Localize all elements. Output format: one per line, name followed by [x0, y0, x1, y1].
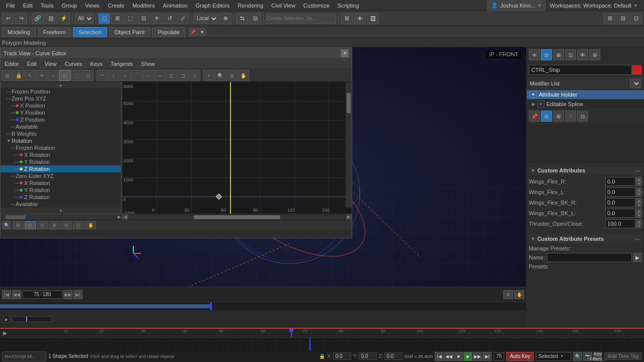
- transport-prev-btn[interactable]: ◀◀: [12, 290, 21, 299]
- ce-select-all-btn[interactable]: ⬚: [71, 70, 82, 81]
- redo-button[interactable]: ↪: [15, 13, 27, 24]
- ca-minimize-btn[interactable]: —: [635, 168, 640, 173]
- ca-spin-up-wings-flex-bk-l[interactable]: ▲: [636, 209, 642, 213]
- df-pan-btn[interactable]: ⊞: [49, 221, 60, 229]
- df-filter-btn[interactable]: ⊞: [13, 221, 24, 229]
- ce-linear-btn[interactable]: ∕: [108, 70, 119, 81]
- render-button[interactable]: 🖼: [367, 13, 379, 24]
- mini-play-btn[interactable]: ▶: [3, 316, 10, 323]
- scale-button[interactable]: ⤢: [177, 13, 189, 24]
- tree-scroll-up[interactable]: ▲: [1, 82, 121, 88]
- menu-file[interactable]: File: [2, 0, 19, 11]
- curve-graph-area[interactable]: 6000 5000 4000 3000 2000 1000 0 -1000 -2…: [122, 82, 352, 214]
- transport-begin-btn[interactable]: |◀: [2, 290, 11, 299]
- ce-addkey-btn[interactable]: +: [203, 70, 214, 81]
- tree-item-z-euler-rot[interactable]: — Z Rotation: [1, 194, 121, 201]
- ce-menu-show[interactable]: Show: [137, 59, 159, 69]
- rp-modify-btn[interactable]: ⊟: [541, 49, 552, 60]
- rp-display-btn[interactable]: 👁: [577, 49, 588, 60]
- ce-menu-keys[interactable]: Keys: [86, 59, 106, 69]
- tree-item-b-weights[interactable]: — B Weights: [1, 130, 121, 137]
- tree-h-scroll[interactable]: ▶: [1, 214, 122, 220]
- modifier-sub-visibility-icon[interactable]: 👁: [537, 101, 544, 108]
- tab-populate[interactable]: Populate: [152, 27, 185, 37]
- ce-move-btn[interactable]: ✛: [36, 70, 47, 81]
- tree-scroll-down[interactable]: ▼: [1, 208, 121, 214]
- menu-rendering[interactable]: Rendering: [234, 0, 268, 11]
- cap-minimize-btn[interactable]: —: [635, 236, 640, 242]
- ca-spin-down-thruster[interactable]: ▼: [636, 224, 642, 228]
- tab-object-paint[interactable]: Object Paint: [109, 27, 150, 37]
- ce-zoom-btn[interactable]: 🔍: [215, 70, 226, 81]
- ce-menu-editor[interactable]: Editor: [1, 59, 23, 69]
- rotate-button[interactable]: ↺: [164, 13, 176, 24]
- transport-options-btn[interactable]: ⚙: [503, 290, 513, 299]
- ca-input-wings-flex-bk-l[interactable]: [605, 209, 635, 218]
- object-name-input[interactable]: [529, 65, 632, 75]
- transport-extra-btn[interactable]: ✋: [514, 290, 524, 299]
- mod-active-btn[interactable]: ⊟: [541, 111, 552, 122]
- rp-motion-btn[interactable]: ⊡: [565, 49, 576, 60]
- df-active-btn[interactable]: ⊟: [25, 221, 36, 229]
- menu-civil-view[interactable]: Civil View: [267, 0, 299, 11]
- timeline-track[interactable]: [0, 338, 644, 351]
- df-zoom2-btn[interactable]: ⊟: [61, 221, 72, 229]
- object-color-swatch[interactable]: [632, 65, 642, 75]
- workspace-dropdown-icon[interactable]: ▼: [633, 3, 638, 8]
- ce-flat-btn[interactable]: —: [154, 70, 166, 81]
- status-search-btn[interactable]: 🔍: [573, 352, 582, 361]
- mod-instance-btn[interactable]: ⊡: [577, 111, 588, 122]
- menu-graph-editors[interactable]: Graph Editors: [192, 0, 234, 11]
- ce-unify-btn[interactable]: ⊃: [189, 70, 200, 81]
- extra-btn-3[interactable]: ⊡: [630, 13, 642, 24]
- modifier-attribute-holder[interactable]: 👁 Attribute Holder: [527, 90, 644, 100]
- user-dropdown-icon[interactable]: ▼: [537, 3, 542, 8]
- add-time-tag-btn[interactable]: Add Time Tag: [604, 352, 642, 360]
- menu-scripting[interactable]: Scripting: [334, 0, 363, 11]
- play-btn[interactable]: ▶: [463, 352, 472, 361]
- ca-spin-up-wings-flex-bk-r[interactable]: ▲: [636, 198, 642, 203]
- custom-attribute-presets-header[interactable]: ▼ Custom Attribute Presets —: [529, 234, 642, 243]
- ce-zoomfit-btn[interactable]: ⊞: [226, 70, 237, 81]
- df-view-btn[interactable]: ⊡: [37, 221, 48, 229]
- h-scroll-left-btn[interactable]: ◀: [122, 214, 128, 220]
- modifier-list-dropdown[interactable]: [630, 79, 641, 88]
- ce-smooth-btn[interactable]: 〜: [97, 70, 108, 81]
- ca-spin-down-wings-flex-r[interactable]: ▼: [636, 182, 642, 186]
- menu-customize[interactable]: Customize: [299, 0, 334, 11]
- ca-spin-up-wings-flex-r[interactable]: ▲: [636, 177, 642, 182]
- ce-menu-tangents[interactable]: Tangents: [107, 59, 137, 69]
- play-stop-btn[interactable]: ■: [454, 352, 463, 361]
- df-key-btn[interactable]: ⊡: [73, 221, 84, 229]
- status-key-filters-btn[interactable]: Key Filters...: [593, 352, 602, 361]
- ca-spin-up-thruster[interactable]: ▲: [636, 219, 642, 224]
- ce-custom-btn[interactable]: ⊏: [166, 70, 177, 81]
- select-options[interactable]: ⊡: [137, 13, 149, 24]
- tree-item-zero-euler[interactable]: — Zero Euler XYZ: [1, 172, 121, 179]
- play-next-btn[interactable]: ▶▶: [473, 352, 482, 361]
- ce-fast-btn[interactable]: ⌒: [131, 70, 142, 81]
- ce-filters-btn[interactable]: ⊞: [2, 70, 13, 81]
- tab-config-button[interactable]: ▼: [198, 28, 206, 36]
- mod-delete-btn[interactable]: ✕: [565, 111, 576, 122]
- custom-attributes-header[interactable]: ▼ Custom Attributes —: [529, 166, 642, 175]
- filter-select[interactable]: All: [74, 14, 94, 24]
- frame-number-display[interactable]: 75: [494, 352, 504, 360]
- display-button[interactable]: 👁: [354, 13, 366, 24]
- extra-btn-1[interactable]: ⊞: [604, 13, 616, 24]
- extra-btn-2[interactable]: ⊟: [617, 13, 629, 24]
- tree-item-x-pos[interactable]: — X Position: [1, 102, 121, 109]
- tree-item-y-euler-rot[interactable]: — Y Rotation: [1, 187, 121, 194]
- ca-spin-down-wings-flex-bk-r[interactable]: ▼: [636, 203, 642, 207]
- tab-selection[interactable]: Selection: [73, 27, 107, 37]
- ce-menu-edit[interactable]: Edit: [23, 59, 41, 69]
- menu-views[interactable]: Views: [81, 0, 104, 11]
- rect-select[interactable]: ⬚: [124, 13, 136, 24]
- tree-item-frozen-rotation[interactable]: — Frozen Rotation: [1, 144, 121, 151]
- menu-group[interactable]: Group: [57, 0, 81, 11]
- move-button[interactable]: ✛: [150, 13, 163, 24]
- mod-pin-btn[interactable]: 📌: [529, 111, 540, 122]
- ce-step-btn[interactable]: ⌐: [120, 70, 131, 81]
- layers-button[interactable]: ⊞: [341, 13, 353, 24]
- mini-slider[interactable]: [12, 316, 52, 322]
